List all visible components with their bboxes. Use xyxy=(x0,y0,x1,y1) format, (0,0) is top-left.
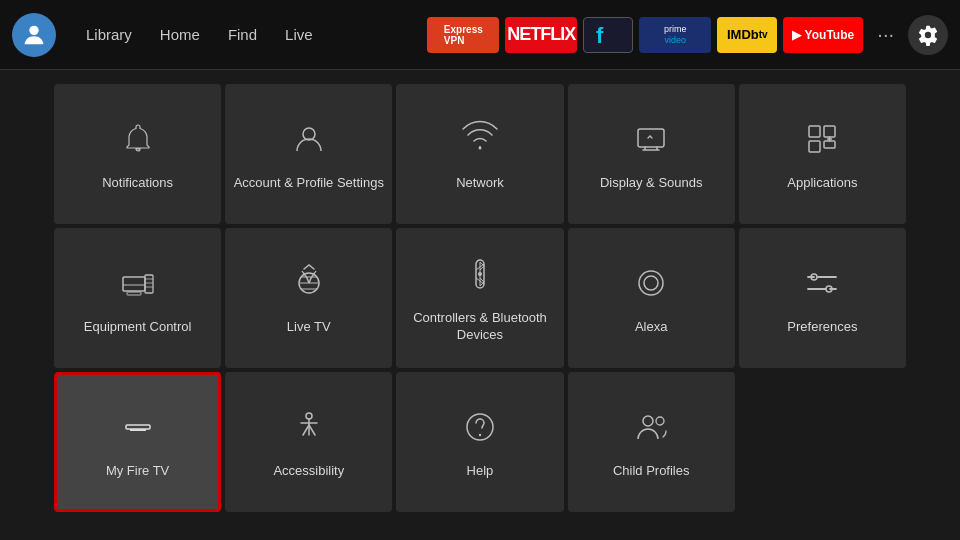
account-profile-icon xyxy=(287,117,331,165)
grid-item-applications[interactable]: Applications xyxy=(739,84,906,224)
account-profile-label: Account & Profile Settings xyxy=(234,175,384,192)
grid-item-network[interactable]: Network xyxy=(396,84,563,224)
svg-point-0 xyxy=(29,25,38,34)
svg-rect-9 xyxy=(123,277,145,291)
svg-point-2 xyxy=(303,128,315,140)
child-profiles-icon xyxy=(629,405,673,453)
svg-point-15 xyxy=(639,271,663,295)
preferences-icon xyxy=(800,261,844,309)
child-profiles-label: Child Profiles xyxy=(613,463,690,480)
grid-item-account-profile[interactable]: Account & Profile Settings xyxy=(225,84,392,224)
accessibility-icon xyxy=(287,405,331,453)
svg-point-25 xyxy=(656,417,664,425)
svg-rect-11 xyxy=(145,275,153,293)
grid-item-my-fire-tv[interactable]: My Fire TV xyxy=(54,372,221,512)
help-label: Help xyxy=(467,463,494,480)
freevee-button[interactable]: f xyxy=(583,17,633,53)
grid-item-equipment-control[interactable]: Equipment Control xyxy=(54,228,221,368)
applications-label: Applications xyxy=(787,175,857,192)
my-fire-tv-icon xyxy=(116,405,160,453)
app-shortcuts: ExpressVPN NETFLIX f primevideo IMDbtv ▶… xyxy=(427,15,948,55)
svg-rect-5 xyxy=(809,126,820,137)
alexa-label: Alexa xyxy=(635,319,668,336)
my-fire-tv-label: My Fire TV xyxy=(106,463,169,480)
imdb-button[interactable]: IMDbtv xyxy=(717,17,777,53)
svg-point-21 xyxy=(306,413,312,419)
svg-point-14 xyxy=(478,272,482,276)
network-label: Network xyxy=(456,175,504,192)
alexa-icon xyxy=(629,261,673,309)
nav-links: Library Home Find Live xyxy=(74,20,325,49)
notifications-icon xyxy=(116,117,160,165)
live-tv-icon xyxy=(287,261,331,309)
controllers-bluetooth-icon xyxy=(458,252,502,300)
user-avatar[interactable] xyxy=(12,13,56,57)
netflix-button[interactable]: NETFLIX xyxy=(505,17,577,53)
grid-item-preferences[interactable]: Preferences xyxy=(739,228,906,368)
svg-rect-19 xyxy=(126,425,150,429)
svg-point-24 xyxy=(643,416,653,426)
grid-item-help[interactable]: Help xyxy=(396,372,563,512)
more-apps-button[interactable]: ··· xyxy=(869,19,902,50)
settings-gear-button[interactable] xyxy=(908,15,948,55)
display-sounds-label: Display & Sounds xyxy=(600,175,703,192)
svg-rect-8 xyxy=(824,141,835,148)
nav-library[interactable]: Library xyxy=(74,20,144,49)
svg-rect-7 xyxy=(809,141,820,152)
youtube-button[interactable]: ▶ YouTube xyxy=(783,17,863,53)
grid-item-display-sounds[interactable]: Display & Sounds xyxy=(568,84,735,224)
svg-rect-10 xyxy=(127,292,141,295)
grid-item-controllers-bluetooth[interactable]: Controllers & Bluetooth Devices xyxy=(396,228,563,368)
applications-icon xyxy=(800,117,844,165)
grid-item-alexa[interactable]: Alexa xyxy=(568,228,735,368)
help-icon xyxy=(458,405,502,453)
nav-home[interactable]: Home xyxy=(148,20,212,49)
svg-rect-4 xyxy=(638,129,664,147)
svg-point-3 xyxy=(478,146,481,149)
grid-item-accessibility[interactable]: Accessibility xyxy=(225,372,392,512)
svg-point-16 xyxy=(644,276,658,290)
live-tv-label: Live TV xyxy=(287,319,331,336)
controllers-bluetooth-label: Controllers & Bluetooth Devices xyxy=(404,310,555,344)
svg-rect-6 xyxy=(824,126,835,137)
prime-video-button[interactable]: primevideo xyxy=(639,17,711,53)
svg-point-23 xyxy=(479,433,481,435)
equipment-control-icon xyxy=(116,261,160,309)
top-nav: Library Home Find Live ExpressVPN NETFLI… xyxy=(0,0,960,70)
grid-item-notifications[interactable]: Notifications xyxy=(54,84,221,224)
svg-text:f: f xyxy=(596,23,604,48)
grid-item-child-profiles[interactable]: Child Profiles xyxy=(568,372,735,512)
notifications-label: Notifications xyxy=(102,175,173,192)
network-icon xyxy=(458,117,502,165)
display-sounds-icon xyxy=(629,117,673,165)
nav-live[interactable]: Live xyxy=(273,20,325,49)
accessibility-label: Accessibility xyxy=(273,463,344,480)
preferences-label: Preferences xyxy=(787,319,857,336)
grid-item-live-tv[interactable]: Live TV xyxy=(225,228,392,368)
svg-rect-20 xyxy=(130,429,146,431)
settings-grid: Notifications Account & Profile Settings… xyxy=(0,70,960,526)
expressvpn-button[interactable]: ExpressVPN xyxy=(427,17,499,53)
nav-find[interactable]: Find xyxy=(216,20,269,49)
equipment-control-label: Equipment Control xyxy=(84,319,192,336)
